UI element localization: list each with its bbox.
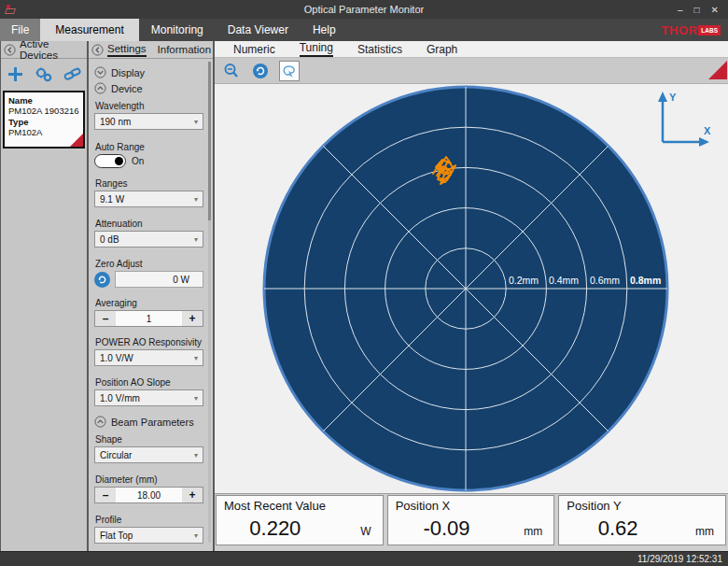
menu-monitoring[interactable]: Monitoring xyxy=(139,19,216,41)
section-display[interactable]: Display xyxy=(94,66,203,78)
most-recent-value-card: Most Recent Value 0.220 W xyxy=(216,495,384,545)
tab-settings[interactable]: Settings xyxy=(107,43,147,57)
auto-range-label: Auto Range xyxy=(95,142,203,152)
settings-scrollbar[interactable] xyxy=(208,62,211,543)
shape-label: Shape xyxy=(95,434,203,445)
tab-numeric[interactable]: Numeric xyxy=(233,43,275,57)
menu-file[interactable]: File xyxy=(0,19,40,41)
menu-help[interactable]: Help xyxy=(301,19,348,41)
add-device-icon[interactable] xyxy=(7,65,24,83)
position-x-unit: mm xyxy=(524,525,542,538)
profile-label: Profile xyxy=(95,515,203,525)
active-devices-title: Active Devices xyxy=(20,38,84,61)
position-y-card: Position Y 0.62 mm xyxy=(558,495,726,545)
reset-view-button[interactable] xyxy=(250,61,271,81)
power-ao-select[interactable]: 1.0 V/W ▾ xyxy=(94,349,203,366)
dropdown-caret-icon: ▾ xyxy=(194,451,198,460)
position-ao-select[interactable]: 1.0 V/mm ▾ xyxy=(94,389,203,406)
ring-label-04: 0.4mm xyxy=(549,275,579,286)
shape-select[interactable]: Circular ▾ xyxy=(94,446,203,463)
auto-range-state: On xyxy=(132,156,144,166)
ranges-label: Ranges xyxy=(95,178,203,189)
dropdown-caret-icon: ▾ xyxy=(194,235,198,244)
collapse-left-icon[interactable] xyxy=(4,44,16,56)
refresh-icon xyxy=(252,63,269,79)
x-axis-label: X xyxy=(704,125,711,136)
panel-corner-badge[interactable] xyxy=(708,61,727,79)
tuning-plot: 0.2mm 0.4mm 0.6mm 0.8mm Y X xyxy=(215,84,728,493)
averaging-label: Averaging xyxy=(95,298,203,308)
menu-data-viewer[interactable]: Data Viewer xyxy=(216,19,301,41)
device-card-corner-badge xyxy=(70,134,83,147)
tab-graph[interactable]: Graph xyxy=(427,43,457,57)
most-recent-value: 0.220 xyxy=(217,516,334,541)
chevron-up-icon[interactable] xyxy=(94,416,106,428)
tab-information[interactable]: Information xyxy=(158,44,212,56)
averaging-decrement-button[interactable]: – xyxy=(95,311,116,326)
status-bar: 11/29/2019 12:52:31 xyxy=(0,551,728,566)
averaging-value[interactable]: 1 xyxy=(116,311,182,326)
dropdown-caret-icon: ▾ xyxy=(194,531,198,540)
gears-icon[interactable] xyxy=(35,66,53,83)
ranges-select[interactable]: 9.1 W ▾ xyxy=(94,191,203,207)
diameter-increment-button[interactable]: + xyxy=(182,488,203,502)
minimize-button[interactable]: – xyxy=(678,5,683,15)
diameter-label: Diameter (mm) xyxy=(95,474,203,485)
position-x-value: -0.09 xyxy=(388,516,506,541)
device-name-value: PM102A 1903216 xyxy=(8,106,79,116)
active-devices-panel: Active Devices Name PM102A 1903216 Type … xyxy=(0,41,89,551)
thorlabs-logo: THOR LABS xyxy=(661,19,728,41)
position-y-value: 0.62 xyxy=(559,516,677,541)
position-x-label: Position X xyxy=(396,499,547,513)
most-recent-value-label: Most Recent Value xyxy=(224,499,375,513)
most-recent-value-unit: W xyxy=(360,525,371,538)
freeform-trace-button[interactable] xyxy=(279,61,300,81)
averaging-stepper: – 1 + xyxy=(94,310,203,327)
section-device[interactable]: Device xyxy=(94,82,203,94)
dropdown-caret-icon: ▾ xyxy=(194,195,198,204)
profile-select[interactable]: Flat Top ▾ xyxy=(94,527,203,544)
collapse-left-icon[interactable] xyxy=(91,44,104,56)
wavelength-label: Wavelength xyxy=(95,101,203,111)
zero-adjust-value[interactable]: 0 W xyxy=(115,271,203,288)
diameter-stepper: – 18.00 + xyxy=(94,487,203,503)
chevron-up-icon[interactable] xyxy=(94,82,106,94)
menu-measurement[interactable]: Measurement xyxy=(40,19,138,41)
y-axis-label: Y xyxy=(669,92,677,103)
diameter-value[interactable]: 18.00 xyxy=(116,488,182,502)
chevron-down-icon[interactable] xyxy=(94,66,106,78)
settings-panel: Settings Information Display Device Wave… xyxy=(89,41,215,551)
connect-link-icon[interactable] xyxy=(63,66,81,82)
tab-tuning[interactable]: Tuning xyxy=(300,41,333,57)
power-ao-label: POWER AO Responsivity xyxy=(95,337,203,347)
zero-adjust-refresh-icon[interactable] xyxy=(94,272,110,288)
tab-statistics[interactable]: Statistics xyxy=(357,43,402,57)
attenuation-select[interactable]: 0 dB ▾ xyxy=(94,231,203,248)
wavelength-select[interactable]: 190 nm ▾ xyxy=(94,113,203,130)
device-card[interactable]: Name PM102A 1903216 Type PM102A xyxy=(3,91,85,149)
polar-beam-plot[interactable]: 0.2mm 0.4mm 0.6mm 0.8mm xyxy=(260,84,671,493)
zero-adjust-label: Zero Adjust xyxy=(95,259,203,269)
ring-label-02: 0.2mm xyxy=(509,275,539,286)
close-button[interactable]: ✕ xyxy=(711,5,719,15)
maximize-button[interactable]: □ xyxy=(694,5,700,15)
dropdown-caret-icon: ▾ xyxy=(194,354,198,362)
plot-toolbar xyxy=(215,58,728,84)
position-y-label: Position Y xyxy=(567,499,718,513)
averaging-increment-button[interactable]: + xyxy=(182,311,203,326)
diameter-decrement-button[interactable]: – xyxy=(95,488,116,502)
dropdown-caret-icon: ▾ xyxy=(194,394,198,403)
lasso-icon xyxy=(282,64,297,78)
auto-range-toggle[interactable] xyxy=(94,154,126,168)
readout-row: Most Recent Value 0.220 W Position X -0.… xyxy=(215,493,728,551)
device-type-label: Type xyxy=(8,117,79,127)
status-datetime: 11/29/2019 12:52:31 xyxy=(637,554,722,564)
ring-label-08: 0.8mm xyxy=(630,275,661,286)
main-area: Numeric Tuning Statistics Graph xyxy=(215,41,728,551)
section-beam-parameters[interactable]: Beam Parameters xyxy=(94,416,203,428)
zoom-out-button[interactable] xyxy=(221,61,242,81)
ring-label-06: 0.6mm xyxy=(590,275,620,286)
dropdown-caret-icon: ▾ xyxy=(194,118,198,126)
zoom-out-icon xyxy=(223,63,240,79)
position-x-card: Position X -0.09 mm xyxy=(387,495,555,545)
